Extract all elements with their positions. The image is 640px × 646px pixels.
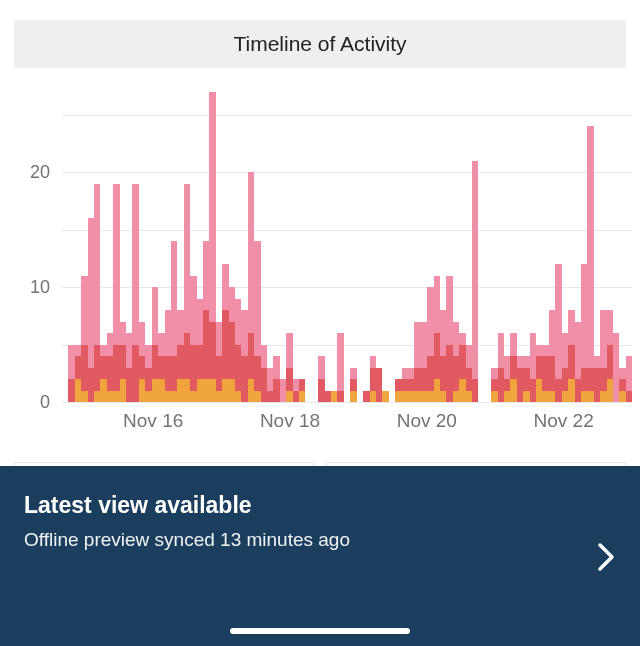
latest-view-banner[interactable]: Latest view available Offline preview sy…: [0, 466, 640, 646]
home-indicator: [230, 628, 410, 634]
chart-title-bar: Timeline of Activity: [14, 20, 626, 68]
x-tick-label: Nov 20: [397, 410, 457, 432]
y-tick-label: 10: [30, 277, 50, 298]
banner-title: Latest view available: [24, 492, 596, 519]
y-tick-label: 0: [40, 392, 50, 413]
bar: [626, 92, 632, 402]
banner-subtitle: Offline preview synced 13 minutes ago: [24, 529, 596, 551]
x-tick-label: Nov 16: [123, 410, 183, 432]
y-axis-labels: 01020: [14, 72, 58, 402]
chevron-right-icon: [596, 541, 616, 577]
y-tick-label: 20: [30, 162, 50, 183]
x-tick-label: Nov 22: [533, 410, 593, 432]
chart-title: Timeline of Activity: [233, 32, 406, 56]
x-axis-labels: Nov 16Nov 18Nov 20Nov 22: [62, 410, 632, 438]
x-tick-label: Nov 18: [260, 410, 320, 432]
activity-chart: 01020 Nov 16Nov 18Nov 20Nov 22: [14, 72, 626, 462]
plot-area: [62, 92, 632, 402]
